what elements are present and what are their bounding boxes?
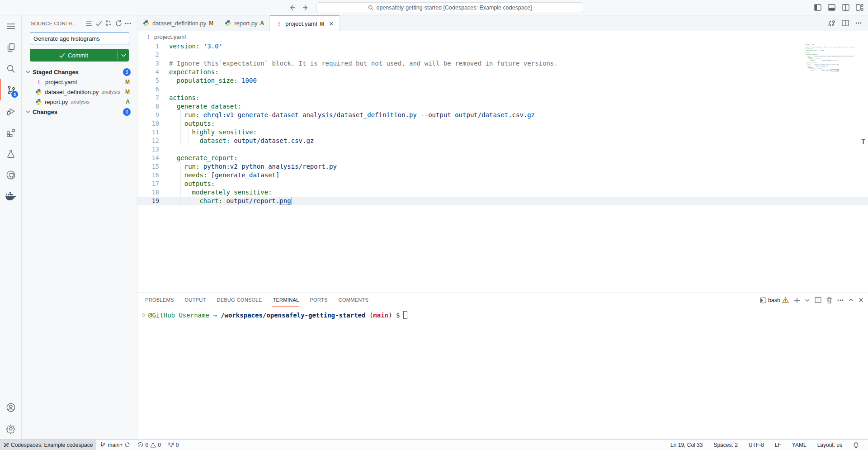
status-cursor-position[interactable]: Ln 19, Col 33 — [667, 440, 706, 450]
code-token: run: — [184, 111, 200, 118]
code-line-6[interactable]: 6 — [137, 85, 868, 94]
status-encoding[interactable]: UTF-8 — [745, 440, 768, 450]
terminal[interactable]: @GitHub_Username → /workspaces/opensafel… — [137, 307, 868, 439]
scm-section-Staged Changes[interactable]: Staged Changes3 — [22, 67, 137, 77]
scm-file-row[interactable]: dataset_definition.pyanalysisM — [22, 87, 137, 97]
sidebar-item-explorer[interactable] — [0, 37, 21, 58]
chevron-down-icon — [24, 110, 32, 113]
code-line-5[interactable]: 5population_size: 1000 — [137, 76, 868, 85]
minimap[interactable]: version: '3.0'# Ignore this`expectation`… — [805, 44, 854, 116]
code-line-14[interactable]: 14generate_report: — [137, 154, 868, 162]
sidebar-item-search[interactable] — [0, 58, 21, 79]
minimap-token: output/report. — [815, 70, 831, 71]
code-line-19[interactable]: 19chart: output/report.png — [137, 197, 868, 205]
scm-file-row[interactable]: !project.yamlM — [22, 77, 137, 87]
editor-tab-report.py[interactable]: report.pyA — [219, 15, 270, 31]
panel-tab-ports[interactable]: PORTS — [309, 294, 328, 307]
branch-icon — [100, 442, 106, 448]
code-line-3[interactable]: 3# Ignore this`expectation` block. It is… — [137, 59, 868, 68]
create-branch-icon[interactable] — [104, 19, 113, 28]
status-end-of-line[interactable]: LF — [771, 440, 785, 450]
code-token: png — [279, 197, 291, 204]
indent-guide — [180, 162, 181, 171]
menu-button[interactable] — [0, 15, 21, 37]
status-indentation[interactable]: Spaces: 2 — [710, 440, 741, 450]
more-actions-icon[interactable] — [123, 19, 132, 28]
open-changes-icon[interactable] — [828, 19, 835, 27]
code-token: python:v2 python analysis/report.py — [199, 163, 336, 170]
code-editor[interactable]: 1version: '3.0'23# Ignore this`expectati… — [137, 42, 868, 293]
commit-button[interactable]: Commit — [30, 49, 129, 62]
status-notifications[interactable] — [849, 440, 863, 450]
code-line-2[interactable]: 2 — [137, 51, 868, 59]
panel-more-actions-icon[interactable] — [837, 299, 844, 301]
code-line-12[interactable]: 12dataset: output/dataset.csv.gz — [137, 137, 868, 145]
command-decoration-icon[interactable] — [142, 313, 145, 317]
code-line-15[interactable]: 15run: python:v2 python analysis/report.… — [137, 162, 868, 171]
view-as-list-icon[interactable] — [84, 19, 94, 28]
code-line-11[interactable]: 11highly_sensitive: — [137, 128, 868, 137]
panel-tab-terminal[interactable]: TERMINAL — [272, 294, 299, 307]
nav-forward-icon[interactable] — [302, 4, 309, 11]
panel-tab-comments[interactable]: COMMENTS — [338, 294, 369, 307]
customize-layout-icon[interactable] — [856, 4, 863, 11]
settings-button[interactable] — [0, 418, 21, 439]
sidebar-item-github[interactable] — [0, 164, 21, 185]
panel-tab-output[interactable]: OUTPUT — [184, 294, 207, 307]
scm-section-Changes[interactable]: Changes0 — [22, 107, 137, 117]
status-problems-status[interactable]: 00 — [134, 440, 164, 450]
indent-guide — [173, 85, 173, 94]
split-editor-icon[interactable] — [842, 20, 849, 26]
sidebar-item-testing[interactable] — [0, 143, 21, 164]
code-line-7[interactable]: 7actions: — [137, 94, 868, 102]
toggle-panel-icon[interactable] — [828, 4, 835, 11]
code-line-9[interactable]: 9run: ehrql:v1 generate-dataset analysis… — [137, 111, 868, 119]
status-language-mode[interactable]: YAML — [788, 440, 810, 450]
prompt-user: @GitHub_Username — [148, 312, 209, 319]
editor-tab-project.yaml[interactable]: !project.yamlM✕ — [270, 15, 340, 31]
status-ports-status[interactable]: 0 — [165, 440, 183, 450]
status-branch-status[interactable]: main+ — [96, 440, 134, 450]
maximize-panel-icon[interactable] — [849, 298, 854, 302]
split-terminal-icon[interactable] — [815, 297, 821, 303]
more-actions-icon[interactable] — [855, 22, 862, 24]
panel-tab-debug-console[interactable]: DEBUG CONSOLE — [217, 294, 263, 307]
split-editor-layout-icon[interactable] — [842, 4, 849, 11]
status-keyboard-layout[interactable]: Layout: us — [814, 440, 846, 450]
python-file-icon — [143, 20, 150, 27]
scm-file-row[interactable]: report.pyanalysisA — [22, 97, 137, 107]
sidebar-item-extensions[interactable] — [0, 122, 21, 143]
commit-dropdown-button[interactable] — [118, 54, 129, 57]
sidebar-item-source-control[interactable]: 3 — [0, 79, 21, 100]
panel-tab-problems[interactable]: PROBLEMS — [145, 294, 175, 307]
close-panel-icon[interactable] — [859, 298, 863, 303]
editor-tab-dataset_definition.py[interactable]: dataset_definition.pyM — [137, 15, 219, 31]
accounts-button[interactable] — [0, 397, 21, 418]
yaml-file-icon: ! — [35, 79, 42, 85]
status-text: 0 — [158, 442, 161, 448]
code-line-8[interactable]: 8generate_dataset: — [137, 102, 868, 111]
new-terminal-icon[interactable] — [794, 297, 800, 303]
sidebar-item-run-and-debug[interactable] — [0, 100, 21, 122]
status-remote-indicator[interactable]: Codespaces: Example codespace — [0, 440, 96, 450]
code-line-16[interactable]: 16needs: [generate_dataset] — [137, 171, 868, 180]
code-line-17[interactable]: 17outputs: — [137, 180, 868, 188]
code-line-4[interactable]: 4expectations: — [137, 68, 868, 76]
command-center-search[interactable]: opensafely-getting-started [Codespaces: … — [316, 2, 583, 13]
terminal-shell-item[interactable]: bash — [760, 297, 789, 303]
refresh-icon[interactable] — [113, 19, 123, 28]
sidebar-item-docker[interactable] — [0, 185, 21, 207]
tab-close-icon[interactable]: ✕ — [329, 20, 334, 27]
code-line-10[interactable]: 10outputs: — [137, 119, 868, 128]
commit-check-icon[interactable] — [94, 19, 104, 28]
code-line-13[interactable]: 13 — [137, 145, 868, 154]
code-line-18[interactable]: 18moderately_sensitive: — [137, 188, 868, 197]
commit-message-input[interactable] — [30, 33, 129, 44]
breadcrumb[interactable]: ! project.yaml — [137, 31, 868, 42]
code-line-1[interactable]: 1version: '3.0' — [137, 42, 868, 51]
toggle-sidebar-icon[interactable] — [814, 4, 821, 11]
terminal-dropdown-icon[interactable] — [805, 299, 810, 302]
kill-terminal-icon[interactable] — [826, 297, 832, 303]
nav-back-icon[interactable] — [288, 4, 296, 11]
vscode-window: opensafely-getting-started [Codespaces: … — [0, 0, 868, 450]
